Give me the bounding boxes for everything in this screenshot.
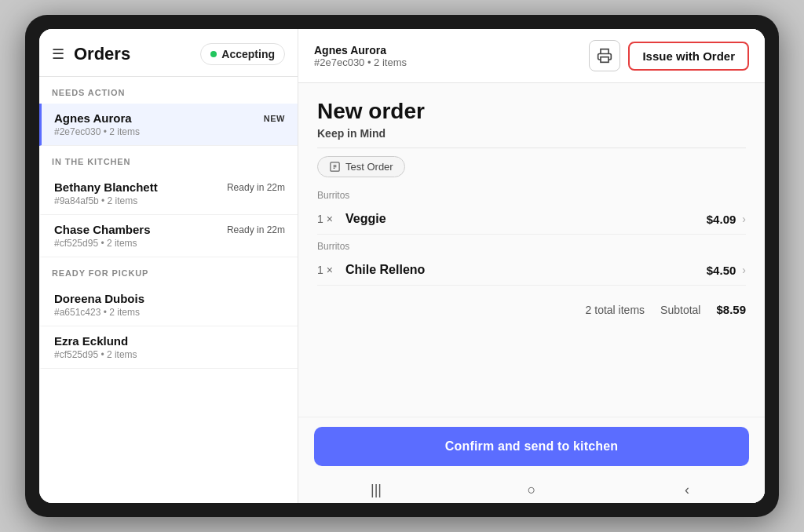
printer-icon [597, 48, 612, 64]
tag-icon [329, 161, 341, 173]
item-price-chile: $4.50 [707, 264, 736, 277]
order-sub-chase: #cf525d95 • 2 items [54, 238, 285, 249]
item-qty-chile: 1 × [317, 264, 345, 276]
divider-1 [317, 148, 746, 148]
bottom-bar: Confirm and send to kitchen [298, 417, 765, 474]
order-id-items: #2e7ec030 • 2 items [314, 56, 407, 68]
test-order-tag: Test Order [317, 156, 405, 177]
order-customer-name: Agnes Aurora [314, 44, 407, 56]
item-section-chile: Burritos 1 × Chile Relleno $4.50 › [317, 241, 746, 286]
sidebar-title: Orders [74, 44, 191, 64]
item-category-1: Burritos [317, 190, 746, 201]
item-qty-veggie: 1 × [317, 213, 345, 225]
nav-menu-icon[interactable]: ||| [360, 482, 392, 498]
order-item-ezra[interactable]: Ezra Ecklund #cf525d95 • 2 items [39, 326, 298, 369]
section-needs-action: NEEDS ACTION [39, 77, 298, 104]
order-meta: Agnes Aurora #2e7ec030 • 2 items [314, 44, 407, 68]
subtotal-label: Subtotal [660, 304, 700, 316]
hamburger-icon[interactable]: ☰ [52, 46, 64, 63]
subtotal-amount: $8.59 [716, 303, 746, 316]
chevron-right-icon-chile: › [742, 264, 746, 276]
order-ready-bethany: Ready in 22m [227, 182, 285, 193]
accepting-badge[interactable]: Accepting [200, 43, 285, 65]
item-row-chile[interactable]: 1 × Chile Relleno $4.50 › [317, 255, 746, 286]
issue-with-order-button[interactable]: Issue with Order [628, 42, 749, 71]
keep-in-mind-label: Keep in Mind [317, 127, 746, 140]
order-name-ezra: Ezra Ecklund [54, 334, 128, 348]
item-category-2: Burritos [317, 241, 746, 252]
order-sub-ezra: #cf525d95 • 2 items [54, 349, 285, 360]
sidebar: ☰ Orders Accepting NEEDS ACTION Agnes Au… [39, 29, 298, 503]
item-name-chile: Chile Relleno [345, 263, 707, 277]
screen: ☰ Orders Accepting NEEDS ACTION Agnes Au… [39, 29, 765, 503]
confirm-send-kitchen-button[interactable]: Confirm and send to kitchen [314, 427, 749, 466]
sidebar-header: ☰ Orders Accepting [39, 29, 298, 77]
nav-back-icon[interactable]: ‹ [671, 482, 703, 498]
totals-row: 2 total items Subtotal $8.59 [317, 292, 746, 324]
chevron-right-icon-veggie: › [742, 213, 746, 225]
print-button[interactable] [589, 40, 620, 71]
order-ready-chase: Ready in 22m [227, 224, 285, 235]
accepting-dot [210, 51, 217, 57]
order-name-chase: Chase Chambers [54, 223, 151, 236]
accepting-label: Accepting [221, 48, 275, 60]
nav-home-icon[interactable]: ○ [516, 482, 547, 498]
item-name-veggie: Veggie [345, 212, 707, 226]
main-content: Agnes Aurora #2e7ec030 • 2 items Issue w… [298, 29, 765, 503]
device-frame: ☰ Orders Accepting NEEDS ACTION Agnes Au… [25, 15, 779, 517]
section-kitchen: IN THE KITCHEN [39, 146, 298, 173]
order-sub-doreena: #a651c423 • 2 items [54, 307, 285, 318]
top-bar: Agnes Aurora #2e7ec030 • 2 items Issue w… [298, 29, 765, 83]
order-item-doreena[interactable]: Doreena Dubois #a651c423 • 2 items [39, 284, 298, 326]
totals-count: 2 total items [586, 304, 645, 316]
nav-bar: ||| ○ ‹ [298, 474, 765, 503]
order-name-agnes: Agnes Aurora [54, 111, 132, 125]
order-title: New order [317, 99, 746, 124]
order-item-bethany[interactable]: Bethany Blanchett Ready in 22m #9a84af5b… [39, 173, 298, 215]
app-body: ☰ Orders Accepting NEEDS ACTION Agnes Au… [39, 29, 765, 503]
test-order-label: Test Order [345, 161, 393, 173]
order-name-bethany: Bethany Blanchett [54, 180, 158, 194]
svg-rect-0 [601, 57, 608, 63]
order-sub-agnes: #2e7ec030 • 2 items [54, 126, 285, 137]
order-name-doreena: Doreena Dubois [54, 292, 144, 305]
order-item-agnes[interactable]: Agnes Aurora NEW #2e7ec030 • 2 items [39, 104, 298, 146]
order-sub-bethany: #9a84af5b • 2 items [54, 195, 285, 206]
item-row-veggie[interactable]: 1 × Veggie $4.09 › [317, 204, 746, 235]
order-item-chase[interactable]: Chase Chambers Ready in 22m #cf525d95 • … [39, 215, 298, 257]
order-detail: New order Keep in Mind Test Order Burrit… [298, 83, 765, 417]
top-bar-actions: Issue with Order [589, 40, 749, 71]
item-price-veggie: $4.09 [707, 213, 736, 226]
section-ready: READY FOR PICKUP [39, 257, 298, 284]
item-section-veggie: Burritos 1 × Veggie $4.09 › [317, 190, 746, 235]
order-badge-new: NEW [264, 114, 285, 123]
